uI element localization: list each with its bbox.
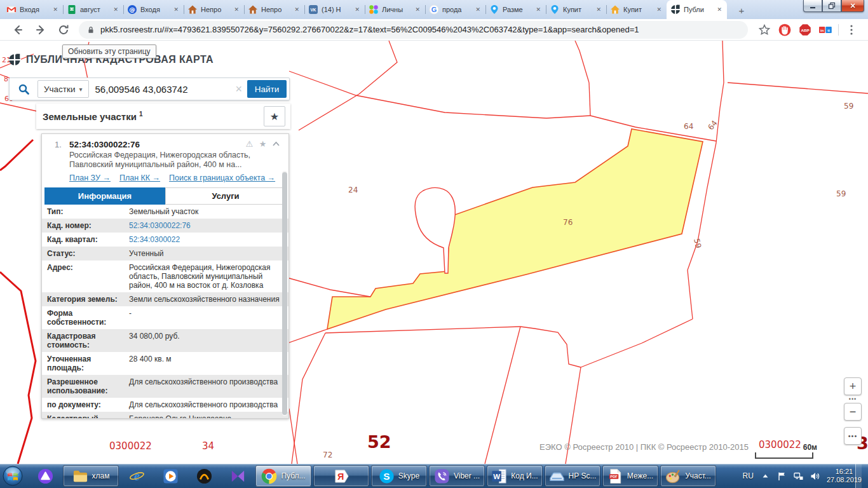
tab-close-icon[interactable]: ✕ bbox=[595, 6, 602, 13]
table-row: Тип: Земельный участок bbox=[42, 205, 288, 219]
minimize-button[interactable] bbox=[803, 0, 822, 12]
map-label: 76 bbox=[563, 218, 573, 227]
tab-map-1[interactable]: Разме ✕ bbox=[485, 0, 546, 19]
taskbar-alice[interactable] bbox=[29, 465, 61, 487]
url-text[interactable]: pkk5.rosreestr.ru/#x=4793621.839550726&y… bbox=[100, 25, 639, 34]
chevron-up-icon[interactable] bbox=[271, 139, 281, 149]
card-tab-services[interactable]: Услуги bbox=[165, 187, 286, 205]
mailru-icon: @ bbox=[127, 4, 137, 15]
folder-icon bbox=[72, 468, 88, 484]
link-plan-zu[interactable]: План ЗУ → bbox=[69, 173, 111, 182]
tray-expand-icon[interactable] bbox=[761, 471, 770, 481]
search-category-dropdown[interactable]: Участки ▾ bbox=[37, 80, 89, 98]
clear-search-icon[interactable]: × bbox=[230, 83, 247, 96]
link-plan-kk[interactable]: План КК → bbox=[119, 173, 160, 182]
close-button[interactable]: ✕ bbox=[841, 0, 864, 12]
language-indicator[interactable]: RU bbox=[743, 471, 754, 480]
svg-text:VK: VK bbox=[310, 8, 316, 12]
parcel-address-preview: Российская Федерация, Нижегородская обла… bbox=[69, 151, 281, 170]
tab-close-icon[interactable]: ✕ bbox=[715, 6, 723, 13]
back-icon[interactable] bbox=[11, 24, 24, 36]
refresh-icon[interactable] bbox=[57, 24, 70, 36]
address-bar[interactable]: pkk5.rosreestr.ru/#x=4793621.839550726&y… bbox=[79, 21, 748, 39]
tab-close-icon[interactable]: ✕ bbox=[112, 6, 119, 13]
parcel-detail-card: 1. 52:34:0300022:76 ⚠ ★ Российская Федер… bbox=[41, 133, 289, 419]
tab-pkk-active[interactable]: Публи ✕ bbox=[667, 0, 727, 19]
tab-close-icon[interactable]: ✕ bbox=[51, 6, 59, 13]
svg-text:e: e bbox=[134, 469, 140, 483]
tab-close-icon[interactable]: ✕ bbox=[172, 6, 180, 13]
taskbar-wmp[interactable] bbox=[154, 465, 186, 487]
forward-icon[interactable] bbox=[34, 24, 47, 36]
abp-icon[interactable]: ABP bbox=[799, 24, 811, 36]
card-scrollbar[interactable] bbox=[282, 171, 287, 416]
start-button[interactable] bbox=[3, 466, 23, 486]
taskbar-hp-scan[interactable]: HP Sc... bbox=[545, 465, 600, 487]
tab-close-icon[interactable]: ✕ bbox=[293, 6, 301, 13]
rosreestr-logo-icon bbox=[8, 53, 21, 66]
volume-icon[interactable] bbox=[810, 471, 820, 481]
tab-close-icon[interactable]: ✕ bbox=[353, 6, 361, 13]
link-search-in-bounds[interactable]: Поиск в границах объекта → bbox=[169, 173, 275, 182]
hp-icon bbox=[549, 468, 565, 484]
tab-close-icon[interactable]: ✕ bbox=[233, 6, 240, 13]
scale-label: 60м bbox=[803, 443, 817, 452]
kebab-menu-icon[interactable] bbox=[845, 24, 858, 36]
row-value: Земли сельскохозяйственного назначения bbox=[128, 292, 288, 306]
card-tab-information[interactable]: Информация bbox=[44, 187, 165, 205]
tab-realty-1[interactable]: Непро ✕ bbox=[184, 0, 244, 19]
search-input[interactable]: 56,009546 43,063742 bbox=[89, 84, 231, 95]
tab-google[interactable]: G прода ✕ bbox=[425, 0, 485, 19]
dots-color-icon bbox=[369, 4, 379, 15]
tab-vk[interactable]: VK (14) Н ✕ bbox=[304, 0, 365, 19]
taskbar-viber[interactable]: Viber ... bbox=[429, 465, 485, 487]
tab-house[interactable]: Купит ✕ bbox=[606, 0, 667, 19]
adguard-icon[interactable] bbox=[778, 24, 791, 36]
svg-text:ABP: ABP bbox=[801, 27, 809, 32]
tab-close-icon[interactable]: ✕ bbox=[414, 6, 421, 13]
table-row: Кад. квартал: 52:34:0300022 bbox=[42, 233, 288, 247]
tab-realty-2[interactable]: Непро ✕ bbox=[244, 0, 304, 19]
parcel-info-table: Тип: Земельный участок Кад. номер: 52:34… bbox=[42, 205, 288, 419]
scrollbar-thumb[interactable] bbox=[282, 172, 287, 415]
map-label: 0300022 bbox=[109, 440, 152, 452]
tab-account[interactable]: Личны ✕ bbox=[365, 0, 425, 19]
tab-close-icon[interactable]: ✕ bbox=[474, 6, 482, 13]
tab-gmail[interactable]: Входя ✕ bbox=[3, 0, 63, 19]
bookmark-star-icon[interactable] bbox=[758, 24, 771, 36]
favorites-button[interactable]: ★ bbox=[264, 106, 285, 126]
zoom-out-button[interactable]: − bbox=[844, 403, 862, 421]
tab-close-icon[interactable]: ✕ bbox=[655, 6, 663, 13]
taskbar-pdf[interactable]: PDF Меже... bbox=[602, 465, 658, 487]
ie-icon: e bbox=[129, 468, 145, 484]
taskbar-ie[interactable]: e bbox=[121, 465, 153, 487]
search-button[interactable]: Найти bbox=[247, 80, 287, 98]
search-icon[interactable] bbox=[10, 83, 37, 95]
tab-mailru[interactable]: @ Входя ✕ bbox=[123, 0, 184, 19]
restore-button[interactable] bbox=[822, 0, 841, 12]
zoom-in-button[interactable]: + bbox=[844, 377, 862, 395]
tab-close-icon[interactable]: ✕ bbox=[534, 6, 542, 13]
kmplayer-icon bbox=[230, 468, 246, 484]
tab-map-2[interactable]: Купит ✕ bbox=[546, 0, 606, 19]
taskbar-aimp[interactable] bbox=[188, 465, 220, 487]
map-more-button[interactable]: ••• bbox=[844, 427, 862, 445]
inti-icon[interactable]: inti bbox=[819, 24, 832, 36]
taskbar-paint[interactable]: Участ... bbox=[660, 465, 716, 487]
show-desktop-button[interactable] bbox=[855, 464, 862, 488]
taskbar-skype[interactable]: S Skype bbox=[371, 465, 427, 487]
table-row: Статус: Учтенный bbox=[42, 247, 288, 261]
network-icon[interactable] bbox=[794, 471, 803, 481]
tab-sheets[interactable]: август ✕ bbox=[63, 0, 123, 19]
new-tab-button[interactable]: + bbox=[733, 2, 750, 18]
taskbar-chrome[interactable]: Публ... bbox=[255, 465, 311, 487]
gmail-icon bbox=[6, 4, 17, 15]
action-center-flag-icon[interactable] bbox=[777, 471, 787, 481]
taskbar-folder-khlam[interactable]: хлам bbox=[63, 465, 119, 487]
taskbar-word[interactable]: W Код И... bbox=[487, 465, 543, 487]
row-value: 34 080,00 руб. bbox=[128, 329, 288, 352]
taskbar-yandex-browser[interactable]: Я bbox=[313, 465, 369, 487]
item-star-icon[interactable]: ★ bbox=[258, 139, 268, 149]
taskbar-kmplayer[interactable] bbox=[222, 465, 254, 487]
warning-icon[interactable]: ⚠ bbox=[245, 139, 254, 149]
